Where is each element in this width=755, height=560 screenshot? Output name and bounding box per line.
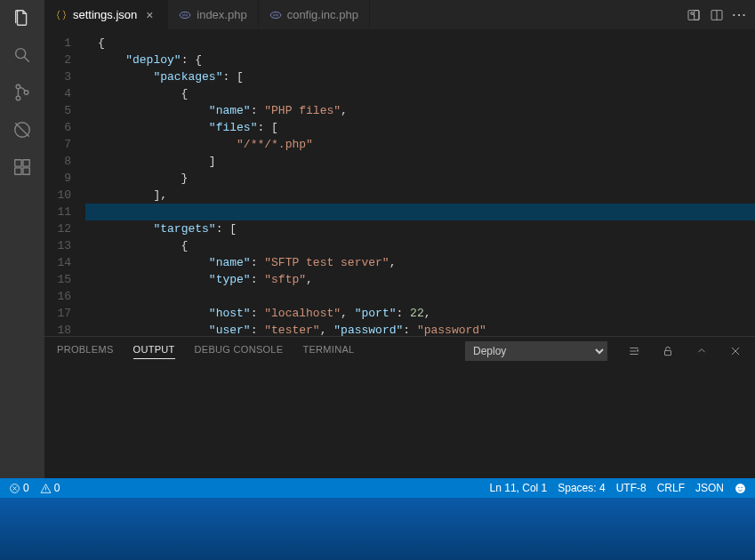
svg-rect-9 xyxy=(15,168,21,174)
tab-settings-json[interactable]: settings.json× xyxy=(44,0,168,29)
code-line[interactable]: "user": "tester", "password": "password" xyxy=(85,322,755,336)
clear-output-icon[interactable] xyxy=(627,344,641,358)
code-line[interactable] xyxy=(85,288,755,305)
code-line[interactable]: "host": "localhost", "port": 22, xyxy=(85,305,755,322)
line-number: 17 xyxy=(44,305,71,322)
line-number: 2 xyxy=(44,52,71,68)
code-line[interactable]: { xyxy=(85,35,755,52)
maximize-panel-icon[interactable] xyxy=(695,344,709,358)
line-number: 12 xyxy=(44,220,71,237)
status-errors[interactable]: 0 xyxy=(9,482,29,494)
taskbar xyxy=(0,498,755,560)
php-file-icon: php xyxy=(269,9,282,21)
code-line[interactable]: "name": "SFTP test server", xyxy=(85,254,755,271)
code-line[interactable]: "files": [ xyxy=(85,119,755,136)
svg-point-3 xyxy=(16,96,20,100)
code-line[interactable]: "deploy": { xyxy=(85,52,755,68)
line-number: 6 xyxy=(44,119,71,136)
source-control-icon[interactable] xyxy=(12,82,33,103)
feedback-icon[interactable] xyxy=(735,483,746,494)
code-line[interactable]: "packages": [ xyxy=(85,68,755,85)
line-number: 18 xyxy=(44,322,71,336)
search-icon[interactable] xyxy=(12,44,33,66)
debug-icon[interactable] xyxy=(12,119,33,140)
panel-tab-output[interactable]: OUTPUT xyxy=(133,344,175,359)
svg-rect-26 xyxy=(665,350,671,355)
code-editor[interactable]: 12345678910111213141516171819 { "deploy"… xyxy=(44,29,755,336)
status-bar: 0 0 Ln 11, Col 1 Spaces: 4 UTF-8 CRLF JS… xyxy=(0,478,755,498)
line-number: 9 xyxy=(44,170,71,187)
extensions-icon[interactable] xyxy=(12,156,33,178)
code-line[interactable]: "type": "sftp", xyxy=(85,271,755,288)
line-number: 5 xyxy=(44,102,71,119)
lock-scroll-icon[interactable] xyxy=(661,344,675,358)
tab-label: settings.json xyxy=(73,8,137,21)
tab-label: index.php xyxy=(197,8,246,21)
explorer-icon[interactable] xyxy=(12,7,33,28)
line-number: 15 xyxy=(44,271,71,288)
code-line[interactable]: "name": "PHP files", xyxy=(85,102,755,119)
status-spaces[interactable]: Spaces: 4 xyxy=(558,482,605,494)
code-line[interactable] xyxy=(85,204,755,220)
status-language[interactable]: JSON xyxy=(695,482,724,494)
status-eol[interactable]: CRLF xyxy=(657,482,685,494)
status-warnings[interactable]: 0 xyxy=(40,482,60,494)
tab-bar: settings.json×phpindex.phpphpconfig.inc.… xyxy=(44,0,755,29)
line-number: 1 xyxy=(44,35,71,52)
code-line[interactable]: "/**/*.php" xyxy=(85,136,755,153)
more-actions-icon[interactable]: ··· xyxy=(732,7,748,23)
svg-text:php: php xyxy=(182,13,188,17)
status-ln-col[interactable]: Ln 11, Col 1 xyxy=(490,482,548,494)
svg-point-17 xyxy=(691,12,694,14)
svg-rect-16 xyxy=(695,10,699,20)
line-number: 3 xyxy=(44,68,71,85)
svg-line-1 xyxy=(24,57,28,61)
tab-index-php[interactable]: phpindex.php xyxy=(168,0,258,29)
output-channel-select[interactable]: Deploy xyxy=(465,341,607,361)
svg-point-36 xyxy=(741,486,742,487)
toggle-preview-icon[interactable] xyxy=(686,7,702,23)
activity-bar xyxy=(0,0,44,478)
svg-point-2 xyxy=(16,84,20,89)
svg-rect-8 xyxy=(23,160,29,166)
code-line[interactable]: ] xyxy=(85,153,755,170)
svg-line-6 xyxy=(16,124,29,137)
panel: PROBLEMSOUTPUTDEBUG CONSOLETERMINAL Depl… xyxy=(44,336,755,478)
svg-point-35 xyxy=(738,486,739,487)
panel-tab-problems[interactable]: PROBLEMS xyxy=(57,344,114,359)
line-number: 7 xyxy=(44,136,71,153)
line-number: 4 xyxy=(44,85,71,102)
output-body xyxy=(44,365,755,478)
code-line[interactable]: } xyxy=(85,170,755,187)
line-number: 10 xyxy=(44,187,71,204)
panel-tab-terminal[interactable]: TERMINAL xyxy=(302,344,354,359)
code-line[interactable]: { xyxy=(85,85,755,102)
close-panel-icon[interactable] xyxy=(728,344,743,358)
php-file-icon: php xyxy=(179,9,191,21)
split-editor-icon[interactable] xyxy=(709,7,725,23)
code-line[interactable]: { xyxy=(85,237,755,254)
line-number: 16 xyxy=(44,288,71,305)
svg-rect-10 xyxy=(23,168,29,174)
line-number: 8 xyxy=(44,153,71,170)
svg-text:php: php xyxy=(273,13,278,17)
line-number: 14 xyxy=(44,254,71,271)
close-tab-icon[interactable]: × xyxy=(142,8,157,22)
panel-tab-debug-console[interactable]: DEBUG CONSOLE xyxy=(195,344,284,359)
json-file-icon xyxy=(55,9,68,21)
status-encoding[interactable]: UTF-8 xyxy=(616,482,647,494)
line-number: 11 xyxy=(44,204,71,220)
tab-label: config.inc.php xyxy=(287,8,358,21)
code-line[interactable]: ], xyxy=(85,187,755,204)
tab-config-inc-php[interactable]: phpconfig.inc.php xyxy=(259,0,370,29)
svg-rect-7 xyxy=(15,160,21,166)
line-number: 13 xyxy=(44,237,71,254)
code-line[interactable]: "targets": [ xyxy=(85,220,755,237)
svg-point-34 xyxy=(735,484,745,493)
